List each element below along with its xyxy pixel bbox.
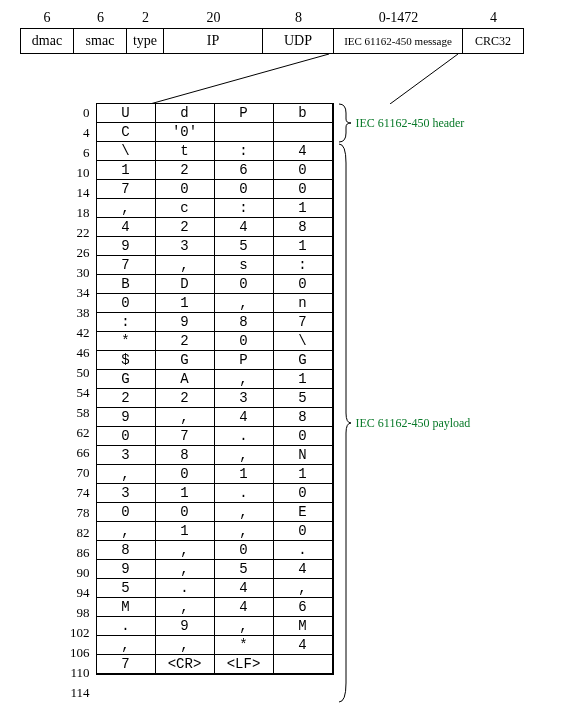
- byte-cell: 1: [273, 198, 333, 218]
- byte-cell: 3: [155, 236, 215, 256]
- byte-cell: 0: [155, 179, 215, 199]
- offset-value: 114: [70, 683, 89, 703]
- offset-value: 70: [77, 463, 90, 483]
- byte-cell: 4: [273, 635, 333, 655]
- byte-row: ,c:1: [97, 199, 333, 218]
- byte-row: GA,1: [97, 370, 333, 389]
- byte-cell: [214, 122, 274, 142]
- byte-cell: b: [273, 103, 333, 123]
- byte-cell: 7: [155, 426, 215, 446]
- byte-cell: ,: [155, 597, 215, 617]
- byte-cell: [273, 654, 333, 674]
- byte-row: ,011: [97, 465, 333, 484]
- byte-row: 7000: [97, 180, 333, 199]
- byte-cell: D: [155, 274, 215, 294]
- byte-cell: 0: [155, 464, 215, 484]
- packet-field-box: IP: [163, 28, 263, 54]
- byte-cell: .: [214, 483, 274, 503]
- byte-cell: 4: [214, 407, 274, 427]
- byte-cell: 9: [96, 559, 156, 579]
- byte-cell: A: [155, 369, 215, 389]
- byte-cell: 1: [155, 483, 215, 503]
- byte-cell: 1: [155, 293, 215, 313]
- byte-cell: 9: [155, 312, 215, 332]
- byte-row: 9351: [97, 237, 333, 256]
- byte-cell: 8: [155, 445, 215, 465]
- byte-cell: 0: [273, 483, 333, 503]
- byte-cell: 7: [96, 654, 156, 674]
- byte-cell: 8: [214, 312, 274, 332]
- byte-cell: 4: [214, 217, 274, 237]
- byte-row: .9,M: [97, 617, 333, 636]
- offset-value: 50: [77, 363, 90, 383]
- byte-cell: ,: [96, 464, 156, 484]
- packet-field-box: CRC32: [462, 28, 524, 54]
- byte-cell: n: [273, 293, 333, 313]
- packet-field-size: 6: [97, 10, 104, 26]
- byte-cell: d: [155, 103, 215, 123]
- byte-row: 00,E: [97, 503, 333, 522]
- offset-value: 94: [77, 583, 90, 603]
- byte-cell: 7: [273, 312, 333, 332]
- byte-cell: ,: [273, 578, 333, 598]
- connector-lines: [20, 54, 578, 104]
- byte-cell: ,: [214, 445, 274, 465]
- offset-value: 14: [77, 183, 90, 203]
- offset-value: 78: [77, 503, 90, 523]
- byte-row: 01,n: [97, 294, 333, 313]
- byte-cell: 4: [214, 597, 274, 617]
- byte-cell: 0: [96, 502, 156, 522]
- byte-cell: G: [96, 369, 156, 389]
- byte-cell: 2: [155, 331, 215, 351]
- byte-row: :987: [97, 313, 333, 332]
- brace-labels: IEC 61162-450 header IEC 61162-450 paylo…: [334, 103, 471, 703]
- byte-cell: 8: [273, 217, 333, 237]
- byte-cell: ,: [96, 635, 156, 655]
- offset-value: 38: [77, 303, 90, 323]
- byte-cell: .: [273, 540, 333, 560]
- offset-value: 74: [77, 483, 90, 503]
- byte-row: 31.0: [97, 484, 333, 503]
- byte-cell: 2: [155, 160, 215, 180]
- byte-cell: c: [155, 198, 215, 218]
- offset-value: 46: [77, 343, 90, 363]
- packet-field-box: smac: [73, 28, 127, 54]
- offset-value: 98: [77, 603, 90, 623]
- byte-cell: t: [155, 141, 215, 161]
- byte-cell: \: [273, 331, 333, 351]
- offset-value: 26: [77, 243, 90, 263]
- packet-field-size: 4: [490, 10, 497, 26]
- packet-field-size: 8: [295, 10, 302, 26]
- byte-cell: 2: [96, 388, 156, 408]
- offset-value: 54: [77, 383, 90, 403]
- byte-cell: 9: [96, 236, 156, 256]
- offset-value: 102: [70, 623, 90, 643]
- byte-cell: 3: [96, 483, 156, 503]
- byte-row: *20\: [97, 332, 333, 351]
- offset-value: 90: [77, 563, 90, 583]
- byte-cell: ,: [96, 521, 156, 541]
- payload-brace-label: IEC 61162-450 payload: [356, 416, 471, 431]
- byte-cell: 1: [273, 464, 333, 484]
- byte-cell: ,: [155, 407, 215, 427]
- offset-value: 110: [70, 663, 89, 683]
- byte-cell: 0: [214, 331, 274, 351]
- offset-value: 106: [70, 643, 90, 663]
- byte-cell: 8: [96, 540, 156, 560]
- byte-row: ,,*4: [97, 636, 333, 655]
- byte-row: 7<CR><LF>: [97, 655, 333, 674]
- svg-line-0: [150, 54, 329, 104]
- byte-row: BD00: [97, 275, 333, 294]
- byte-cell: 2: [155, 388, 215, 408]
- byte-cell: 0: [273, 274, 333, 294]
- byte-cell: 7: [96, 179, 156, 199]
- byte-row: C'0': [97, 123, 333, 142]
- byte-cell: 6: [214, 160, 274, 180]
- byte-cell: :: [214, 141, 274, 161]
- packet-field-size: 0-1472: [379, 10, 419, 26]
- byte-cell: 5: [273, 388, 333, 408]
- byte-cell: ,: [214, 502, 274, 522]
- byte-cell: 0: [96, 426, 156, 446]
- packet-field-box: dmac: [20, 28, 74, 54]
- byte-cell: 0: [273, 179, 333, 199]
